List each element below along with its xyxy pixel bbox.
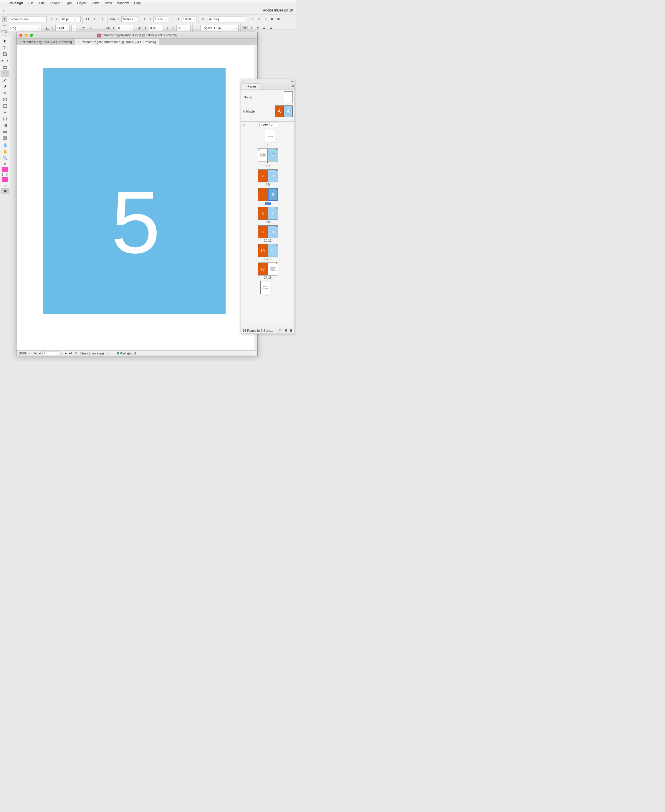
justify2-icon[interactable]: ≣ (262, 26, 267, 30)
eyedropper-tool[interactable]: 💧 (1, 142, 10, 148)
page-tool[interactable] (1, 51, 10, 57)
justify-icon[interactable]: ≣ (269, 17, 275, 21)
pen-tool[interactable] (1, 84, 10, 90)
prev-page-icon[interactable]: ◂ (38, 351, 41, 355)
content-collector-tool[interactable] (1, 64, 10, 71)
zoom-tool[interactable]: 🔍 (1, 155, 10, 161)
size-preset[interactable]: ⌄ (76, 16, 81, 22)
zoom-readout[interactable]: 100% (18, 351, 26, 355)
gradient-swatch-tool[interactable] (1, 122, 10, 129)
panel-collapse-icon[interactable]: ‹‹ (291, 80, 293, 83)
align-center2-icon[interactable]: ≡ (249, 26, 254, 30)
spread[interactable]: 12AINSIDEBACKCOVERA (241, 262, 294, 276)
spread[interactable]: 6A7A (241, 207, 294, 220)
leading-field[interactable]: 14 pt (56, 25, 69, 31)
page-thumb[interactable]: 12A (258, 262, 268, 276)
align-center-icon[interactable]: ≡ (257, 17, 262, 21)
pencil-tool[interactable]: ✎ (1, 90, 10, 96)
new-page-icon[interactable]: ⊞ (285, 328, 287, 332)
swap-fill-stroke-icon[interactable]: ⇄ (1, 161, 10, 166)
direct-selection-tool[interactable] (1, 44, 10, 51)
page-thumb[interactable]: 4A (258, 188, 268, 201)
menu-type[interactable]: Type (65, 1, 72, 5)
fill-swatch[interactable] (2, 167, 8, 172)
spread[interactable]: 4A5A (241, 188, 294, 201)
menu-table[interactable]: Table (92, 1, 100, 5)
spread[interactable]: INSIDECOVERATEXT1A (241, 149, 294, 161)
superscript-icon[interactable]: T¹ (92, 17, 98, 21)
selection-tool[interactable] (1, 38, 10, 44)
hand-tool[interactable]: ✋ (1, 148, 10, 155)
align-toward-spine-icon[interactable]: ≡ (256, 26, 260, 30)
menu-view[interactable]: View (105, 1, 112, 5)
gradient-feather-tool[interactable] (1, 129, 10, 135)
menu-window[interactable]: Window (117, 1, 129, 5)
smallcaps-icon[interactable]: Tᴛ (80, 26, 86, 30)
toolbox-grip[interactable] (2, 35, 8, 37)
first-page-icon[interactable]: I◂ (33, 351, 37, 355)
rectangle-frame-tool[interactable] (1, 96, 10, 103)
size-spinner[interactable]: ▲▼ (56, 18, 58, 21)
page-artwork[interactable]: 5 (43, 68, 226, 314)
menu-help[interactable]: Help (134, 1, 141, 5)
page-size-select[interactable]: Letter V⌄ (259, 123, 278, 127)
align-away-spine-icon[interactable]: ≡ (242, 26, 248, 30)
none-master-thumb[interactable] (284, 91, 293, 103)
page-thumb[interactable]: INSIDEBACKCOVERA (268, 262, 278, 276)
page-thumb[interactable]: 9A (268, 225, 278, 238)
lead-spinner[interactable]: ▲▼ (51, 26, 53, 30)
none-master[interactable]: [None] (243, 95, 284, 99)
line-tool[interactable] (1, 77, 10, 84)
next-page-icon[interactable]: ▸ (64, 351, 67, 355)
page-thumb[interactable]: TEXT1A (268, 149, 278, 161)
status-style[interactable]: [Basic] (working) (80, 351, 104, 355)
font-size-field[interactable]: 10 pt (60, 16, 74, 22)
window-titlebar[interactable]: Id*MasterPageNumbers.indd @ 100% [GPU Pr… (16, 32, 257, 39)
track-spinner[interactable]: ▲▼ (113, 26, 114, 30)
gap-tool[interactable]: ⇤⇥ (1, 57, 10, 64)
last-page-icon[interactable]: ▸I (69, 351, 72, 355)
spread[interactable]: 8A9A (241, 225, 294, 238)
menu-object[interactable]: Object (77, 1, 87, 5)
baseline-field[interactable]: 0 pt (149, 25, 163, 31)
tab-close-icon[interactable]: × (20, 40, 21, 43)
page-thumb[interactable]: 5A (268, 188, 278, 201)
tab-untitled[interactable]: ×*Untitled-2 @ 75% [GPU Preview] (16, 39, 75, 45)
menu-edit[interactable]: Edit (39, 1, 44, 5)
page-thumb[interactable]: INSIDECOVERA (258, 149, 268, 161)
tracking-field[interactable]: 0⌄ (116, 25, 133, 31)
panel-header[interactable]: ×‹‹ (241, 79, 295, 83)
font-style-select[interactable]: Reg⌄ (9, 25, 42, 31)
tab-masterpagenumbers[interactable]: ×*MasterPageNumbers.indd @ 100% [GPU Pre… (75, 39, 159, 45)
formatting-container-icon[interactable] (2, 173, 5, 176)
screen-mode-icon[interactable]: ▣ (1, 188, 10, 193)
tab-close-icon[interactable]: × (78, 40, 80, 43)
skew-field[interactable]: 0° (177, 25, 190, 31)
align-right-icon[interactable]: ≡ (263, 17, 268, 21)
size-menu-icon[interactable]: ≡ (243, 123, 245, 127)
strike-icon[interactable]: T (95, 26, 101, 30)
open-icon[interactable]: ⟳ (75, 351, 77, 355)
spread[interactable]: BACKCOVER (241, 281, 294, 294)
page-thumb[interactable]: 7A (268, 207, 278, 220)
vscale-spinner[interactable]: ▲▼ (149, 18, 151, 21)
formatting-text-icon[interactable]: T (6, 173, 8, 176)
a-master-spread[interactable]: AA (275, 105, 293, 117)
type-tool[interactable]: T (1, 71, 10, 77)
panel-close-icon[interactable]: × (242, 80, 244, 83)
apply-color-swatch[interactable] (2, 177, 8, 182)
note-tool[interactable] (1, 135, 10, 142)
page-thumb[interactable]: 10A (258, 244, 268, 257)
pages-list[interactable]: COVER1INSIDECOVERATEXT1A▼2, 32A3A4-54A5A… (241, 128, 295, 327)
skew-spinner[interactable]: ▲▼ (172, 26, 174, 30)
hscale-field[interactable]: 100%⌄ (182, 16, 197, 22)
preflight-label[interactable]: Preflight off (120, 351, 136, 355)
toolbox-close-icon[interactable]: × (1, 30, 2, 34)
spread[interactable]: 10A11A (241, 244, 294, 257)
lead-preset[interactable]: ⌄ (71, 25, 76, 31)
vscale-field[interactable]: 100%⌄ (154, 16, 168, 22)
scissors-tool[interactable]: ✂ (1, 109, 10, 116)
char-format-icon[interactable]: A (2, 16, 7, 22)
font-family-select[interactable]: 🔍VistaSans⌄ (9, 16, 46, 22)
free-transform-tool[interactable] (1, 116, 10, 122)
